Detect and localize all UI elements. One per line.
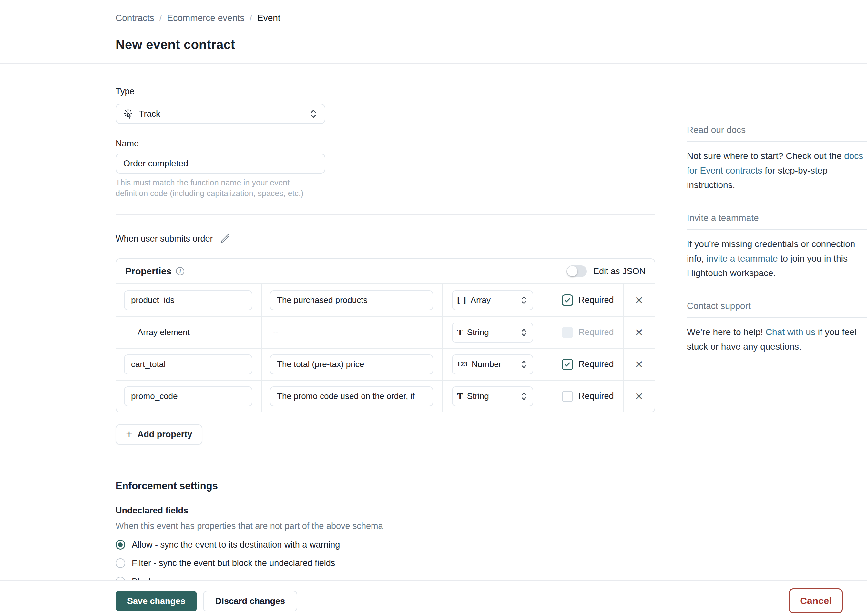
- sidebar-section-support: Contact support We’re here to help! Chat…: [687, 300, 867, 354]
- radio-option-filter[interactable]: Filter - sync the event but block the un…: [115, 557, 655, 569]
- type-label: Type: [115, 86, 655, 97]
- property-type-value: String: [467, 327, 520, 337]
- breadcrumb: Contracts / Ecommerce events / Event: [115, 12, 867, 24]
- property-row-cart-total: 123 Number Required ✕: [116, 348, 654, 380]
- save-changes-button[interactable]: Save changes: [115, 591, 197, 611]
- array-type-icon: [ ]: [457, 295, 467, 305]
- sidebar-text-part: Not sure where to start? Check out the: [687, 151, 844, 161]
- undeclared-fields-description: When this event has properties that are …: [115, 520, 655, 531]
- properties-header: Properties i Edit as JSON: [116, 259, 654, 284]
- chevron-updown-icon: [520, 359, 528, 369]
- type-select-value: Track: [139, 109, 309, 119]
- edit-as-json-label: Edit as JSON: [593, 266, 646, 277]
- add-property-button[interactable]: + Add property: [115, 424, 202, 445]
- main-content: Type Track Name This must match the func…: [115, 63, 655, 588]
- divider: [687, 141, 867, 141]
- property-static-name: Array element: [137, 327, 190, 337]
- sidebar-heading: Invite a teammate: [687, 212, 867, 224]
- property-row-product-ids: [ ] Array Required ✕: [116, 284, 654, 316]
- name-input[interactable]: [115, 154, 325, 173]
- property-type-value: Number: [471, 359, 520, 369]
- properties-panel: Properties i Edit as JSON [ ] Array: [115, 258, 655, 412]
- radio-label: Filter - sync the event but block the un…: [132, 558, 335, 568]
- property-type-select[interactable]: T String: [452, 322, 533, 343]
- cursor-click-icon: [123, 108, 134, 119]
- required-checkbox[interactable]: [562, 391, 573, 402]
- edit-pencil-icon[interactable]: [220, 234, 230, 244]
- page-header: Contracts / Ecommerce events / Event New…: [0, 0, 867, 64]
- name-label: Name: [115, 138, 655, 149]
- breadcrumb-separator: /: [249, 12, 252, 24]
- info-icon: i: [176, 267, 184, 275]
- sidebar-text: If you’re missing credentials or connect…: [687, 237, 867, 280]
- delete-row-icon[interactable]: ✕: [633, 293, 646, 307]
- type-select[interactable]: Track: [115, 104, 325, 124]
- property-row-array-element: Array element -- T String Required ✕: [116, 316, 654, 348]
- sidebar-heading: Read our docs: [687, 124, 867, 136]
- discard-changes-button[interactable]: Discard changes: [203, 591, 297, 611]
- property-description-input[interactable]: [270, 354, 433, 374]
- property-type-select[interactable]: T String: [452, 387, 533, 406]
- property-description-input[interactable]: [270, 290, 433, 310]
- radio-selected-icon[interactable]: [115, 540, 125, 550]
- divider: [115, 214, 655, 215]
- property-type-value: String: [467, 391, 520, 401]
- required-checkbox-disabled: [562, 327, 573, 338]
- breadcrumb-contracts[interactable]: Contracts: [115, 12, 154, 24]
- required-checkbox[interactable]: [562, 358, 573, 370]
- breadcrumb-ecommerce-events[interactable]: Ecommerce events: [167, 12, 245, 24]
- divider: [115, 462, 655, 462]
- required-label: Required: [579, 391, 614, 401]
- sidebar-heading: Contact support: [687, 300, 867, 312]
- property-name-input[interactable]: [124, 290, 252, 310]
- invite-teammate-link[interactable]: invite a teammate: [706, 253, 778, 264]
- property-static-description: --: [273, 327, 279, 337]
- chat-with-us-link[interactable]: Chat with us: [766, 327, 815, 337]
- properties-title: Properties: [125, 266, 172, 277]
- sidebar-text-part: We’re here to help!: [687, 327, 766, 337]
- help-sidebar: Read our docs Not sure where to start? C…: [687, 124, 867, 374]
- chevron-updown-icon: [520, 327, 528, 338]
- breadcrumb-separator: /: [159, 12, 162, 24]
- add-property-label: Add property: [137, 430, 192, 440]
- number-type-icon: 123: [457, 361, 468, 368]
- sidebar-text: We’re here to help! Chat with us if you …: [687, 325, 867, 354]
- sidebar-text: Not sure where to start? Check out the d…: [687, 149, 867, 192]
- enforcement-settings-title: Enforcement settings: [115, 480, 655, 492]
- required-checkbox[interactable]: [562, 294, 573, 306]
- property-description-input[interactable]: [270, 387, 433, 406]
- delete-row-icon[interactable]: ✕: [633, 357, 646, 372]
- divider: [687, 229, 867, 229]
- sidebar-section-docs: Read our docs Not sure where to start? C…: [687, 124, 867, 192]
- property-name-input[interactable]: [124, 387, 252, 406]
- radio-label: Allow - sync the event to its destinatio…: [132, 540, 340, 550]
- divider: [687, 317, 867, 318]
- radio-unselected-icon[interactable]: [115, 558, 125, 568]
- page: Contracts / Ecommerce events / Event New…: [0, 0, 867, 616]
- footer-action-bar: Save changes Discard changes Cancel: [0, 580, 867, 616]
- required-label: Required: [579, 359, 614, 369]
- required-label: Required: [579, 295, 614, 305]
- chevron-updown-icon: [309, 108, 318, 119]
- radio-option-allow[interactable]: Allow - sync the event to its destinatio…: [115, 539, 655, 551]
- string-type-icon: T: [457, 327, 463, 338]
- property-name-input[interactable]: [124, 354, 252, 374]
- property-type-select[interactable]: [ ] Array: [452, 290, 533, 310]
- delete-row-icon[interactable]: ✕: [633, 389, 646, 404]
- name-helper-text: This must match the function name in you…: [115, 178, 322, 199]
- event-contract-title: When user submits order: [115, 234, 213, 244]
- delete-row-icon[interactable]: ✕: [633, 325, 646, 339]
- property-type-select[interactable]: 123 Number: [452, 354, 533, 374]
- undeclared-fields-title: Undeclared fields: [115, 505, 655, 516]
- cancel-button[interactable]: Cancel: [789, 588, 843, 613]
- property-type-value: Array: [471, 295, 520, 305]
- breadcrumb-current: Event: [257, 12, 281, 24]
- string-type-icon: T: [457, 391, 463, 402]
- sidebar-section-invite: Invite a teammate If you’re missing cred…: [687, 212, 867, 280]
- required-label: Required: [579, 327, 614, 337]
- edit-as-json-toggle[interactable]: [566, 266, 587, 277]
- plus-icon: +: [126, 427, 132, 440]
- chevron-updown-icon: [520, 391, 528, 402]
- property-row-promo-code: T String Required ✕: [116, 380, 654, 412]
- page-title: New event contract: [115, 37, 867, 52]
